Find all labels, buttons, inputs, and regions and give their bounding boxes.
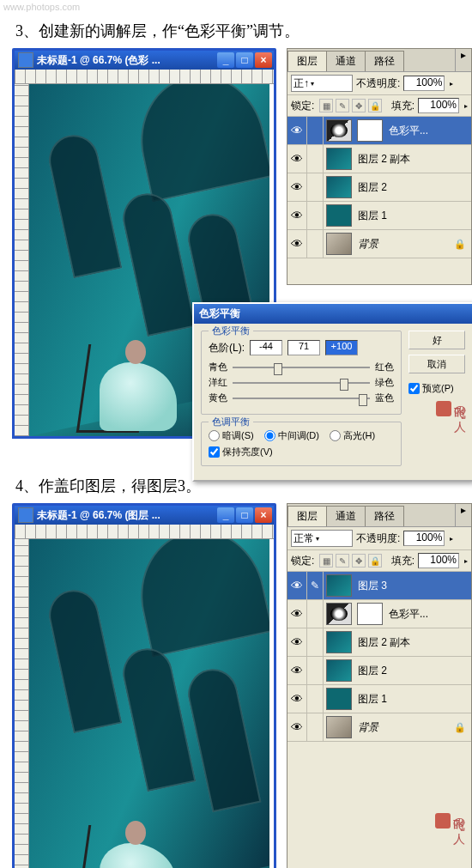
check-preserve-luminosity[interactable]: 保持亮度(V) bbox=[209, 446, 394, 458]
group-tone-balance: 色调平衡 bbox=[209, 416, 253, 428]
lock-pixels-icon[interactable]: ✎ bbox=[336, 554, 349, 568]
layer-name[interactable]: 色彩平... bbox=[389, 124, 428, 138]
canvas[interactable]: www.photops.com bbox=[29, 539, 269, 868]
tab-layers[interactable]: 图层 bbox=[287, 506, 327, 526]
radio-shadows[interactable]: 暗调(S) bbox=[209, 429, 254, 442]
visibility-icon[interactable]: 👁 bbox=[287, 230, 307, 258]
layer-row[interactable]: 👁 背景 🔒 bbox=[287, 713, 471, 742]
title-bar[interactable]: 未标题-1 @ 66.7% (图层 ... _ □ × bbox=[15, 506, 274, 525]
check-preview[interactable]: 预览(P) bbox=[408, 382, 465, 395]
level-input-3[interactable]: +100 bbox=[325, 340, 358, 355]
opacity-field[interactable]: 100% bbox=[403, 531, 445, 546]
tab-paths[interactable]: 路径 bbox=[365, 506, 404, 526]
link-cell[interactable]: ✎ bbox=[307, 572, 324, 599]
lock-transparent-icon[interactable]: ▦ bbox=[319, 554, 333, 568]
close-button[interactable]: × bbox=[255, 52, 272, 68]
tab-channels[interactable]: 通道 bbox=[326, 506, 366, 526]
layer-row[interactable]: 👁 图层 1 bbox=[287, 685, 471, 713]
radio-highlights[interactable]: 高光(H) bbox=[330, 429, 375, 442]
layer-name[interactable]: 背景 bbox=[358, 720, 378, 735]
step-3-text: 3、创建新的调解层，作“色彩平衡”调节。 bbox=[15, 21, 472, 41]
visibility-icon[interactable]: 👁 bbox=[287, 173, 307, 201]
layer-row[interactable]: 👁 ✎ 图层 3 bbox=[287, 572, 471, 600]
level-input-1[interactable]: -44 bbox=[250, 340, 282, 355]
panel-menu-icon[interactable]: ▸ bbox=[455, 49, 471, 71]
color-balance-dialog[interactable]: 色彩平衡 色彩平衡 色阶(L): -44 71 +100 青色 红色 bbox=[192, 302, 472, 482]
visibility-icon[interactable]: 👁 bbox=[287, 600, 307, 628]
watermark: www.photops.com bbox=[0, 0, 472, 14]
opacity-arrow-icon[interactable]: ▸ bbox=[450, 80, 453, 88]
blend-mode-select[interactable]: 正↑▾ bbox=[291, 75, 353, 92]
visibility-icon[interactable]: 👁 bbox=[287, 713, 307, 741]
radio-midtones[interactable]: 中间调(D) bbox=[264, 429, 319, 442]
visibility-icon[interactable]: 👁 bbox=[287, 657, 307, 684]
fill-field[interactable]: 100% bbox=[418, 98, 459, 113]
slider-cyan-red[interactable] bbox=[233, 362, 370, 373]
title-bar[interactable]: 未标题-1 @ 66.7% (色彩 ... _ □ × bbox=[15, 51, 274, 70]
app-icon bbox=[18, 52, 33, 68]
tab-channels[interactable]: 通道 bbox=[326, 51, 366, 71]
layer-name[interactable]: 图层 3 bbox=[358, 579, 387, 593]
layer-name[interactable]: 图层 2 bbox=[358, 664, 387, 678]
layer-row[interactable]: 👁 图层 2 副本 bbox=[287, 145, 471, 173]
fill-arrow-icon[interactable]: ▸ bbox=[464, 557, 468, 565]
opacity-field[interactable]: 100% bbox=[403, 76, 445, 91]
lock-all-icon[interactable]: 🔒 bbox=[368, 554, 382, 568]
lock-pixels-icon[interactable]: ✎ bbox=[336, 99, 349, 112]
opacity-arrow-icon[interactable]: ▸ bbox=[450, 535, 453, 543]
ok-button[interactable]: 好 bbox=[408, 331, 465, 349]
layer-name[interactable]: 图层 1 bbox=[358, 209, 387, 223]
visibility-icon[interactable]: 👁 bbox=[287, 117, 307, 144]
layer-row[interactable]: 👁 图层 2 bbox=[287, 657, 471, 685]
layer-name[interactable]: 色彩平... bbox=[389, 607, 428, 622]
layer-row[interactable]: 👁 背景 🔒 bbox=[287, 230, 471, 258]
fill-arrow-icon[interactable]: ▸ bbox=[464, 102, 468, 110]
app-icon bbox=[18, 507, 33, 523]
layer-name[interactable]: 图层 1 bbox=[358, 692, 387, 707]
ruler-horizontal[interactable] bbox=[15, 70, 274, 84]
lock-position-icon[interactable]: ✥ bbox=[352, 554, 366, 568]
slider-right-label: 绿色 bbox=[375, 376, 394, 389]
visibility-icon[interactable]: 👁 bbox=[287, 145, 307, 173]
layer-row[interactable]: 👁 色彩平... bbox=[287, 600, 471, 628]
group-color-balance: 色彩平衡 bbox=[209, 325, 253, 337]
visibility-icon[interactable]: 👁 bbox=[287, 685, 307, 713]
close-button[interactable]: × bbox=[255, 507, 272, 523]
tab-layers[interactable]: 图层 bbox=[287, 51, 327, 71]
lock-indicator-icon: 🔒 bbox=[454, 722, 466, 733]
cancel-button[interactable]: 取消 bbox=[408, 355, 465, 373]
tab-paths[interactable]: 路径 bbox=[365, 51, 404, 71]
maximize-button[interactable]: □ bbox=[236, 52, 253, 68]
layer-name[interactable]: 图层 2 bbox=[358, 180, 387, 195]
visibility-icon[interactable]: 👁 bbox=[287, 202, 307, 229]
layer-name[interactable]: 图层 2 副本 bbox=[358, 635, 410, 650]
slider-magenta-green[interactable] bbox=[233, 378, 370, 388]
layer-row[interactable]: 👁 图层 2 副本 bbox=[287, 628, 471, 657]
layer-thumb-icon bbox=[326, 716, 352, 738]
blend-mode-select[interactable]: 正常▾ bbox=[291, 530, 353, 547]
slider-yellow-blue[interactable] bbox=[233, 393, 370, 404]
layer-name[interactable]: 背景 bbox=[358, 237, 378, 252]
ruler-vertical[interactable] bbox=[15, 84, 29, 436]
ruler-horizontal[interactable] bbox=[15, 525, 274, 539]
layer-thumb-icon bbox=[326, 204, 352, 227]
minimize-button[interactable]: _ bbox=[217, 52, 234, 68]
dialog-title[interactable]: 色彩平衡 bbox=[194, 304, 472, 324]
layer-row[interactable]: 👁 图层 2 bbox=[287, 173, 471, 202]
lock-position-icon[interactable]: ✥ bbox=[352, 99, 366, 112]
visibility-icon[interactable]: 👁 bbox=[287, 628, 307, 656]
fill-field[interactable]: 100% bbox=[418, 553, 459, 568]
minimize-button[interactable]: _ bbox=[217, 507, 234, 523]
level-input-2[interactable]: 71 bbox=[287, 340, 320, 355]
maximize-button[interactable]: □ bbox=[236, 507, 253, 523]
ruler-vertical[interactable] bbox=[15, 539, 29, 868]
panel-menu-icon[interactable]: ▸ bbox=[455, 504, 471, 526]
layer-row[interactable]: 👁 色彩平... bbox=[287, 117, 471, 145]
lock-transparent-icon[interactable]: ▦ bbox=[319, 99, 333, 112]
lock-all-icon[interactable]: 🔒 bbox=[368, 99, 382, 112]
slider-right-label: 红色 bbox=[375, 361, 394, 373]
layer-row[interactable]: 👁 图层 1 bbox=[287, 202, 471, 230]
visibility-icon[interactable]: 👁 bbox=[287, 572, 307, 599]
link-cell[interactable] bbox=[307, 117, 324, 144]
layer-name[interactable]: 图层 2 副本 bbox=[358, 152, 410, 167]
